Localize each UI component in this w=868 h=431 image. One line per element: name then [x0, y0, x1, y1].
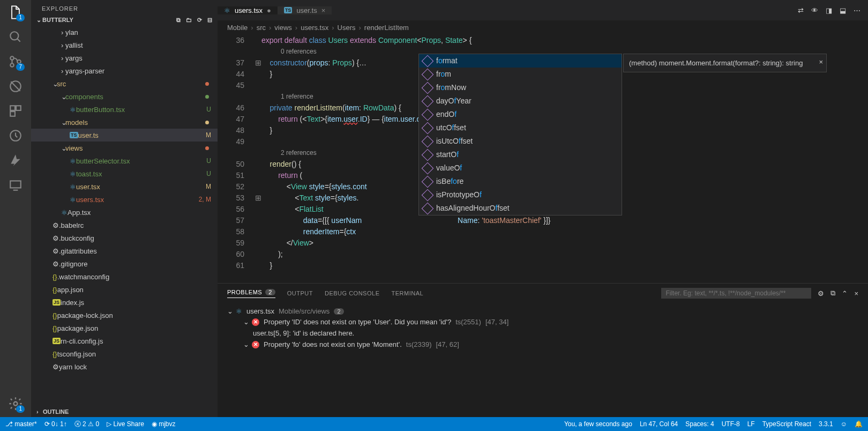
- suggest-item[interactable]: dayOfYear: [419, 94, 622, 108]
- split-down-icon[interactable]: ⬓: [840, 6, 846, 14]
- breadcrumb-item[interactable]: Mobile: [227, 24, 248, 32]
- debug-icon[interactable]: [8, 78, 24, 94]
- close-panel-icon[interactable]: ×: [854, 289, 858, 298]
- breadcrumb[interactable]: Mobile›src›views›users.tsx›Users›renderL…: [218, 20, 868, 35]
- tree-item[interactable]: ⚙ .buckconfig: [31, 232, 218, 244]
- filter-input[interactable]: [661, 288, 811, 299]
- tree-item[interactable]: {} package.json: [31, 322, 218, 335]
- cursor-pos[interactable]: Ln 47, Col 64: [640, 420, 678, 428]
- suggest-widget[interactable]: formatfromfromNowdayOfYearendOfutcOffset…: [418, 54, 622, 216]
- tree-item[interactable]: › yallist: [31, 39, 218, 51]
- suggest-item[interactable]: hasAlignedHourOffset: [419, 202, 622, 215]
- tree-item[interactable]: {} .watchmanconfig: [31, 270, 218, 283]
- tab-terminal[interactable]: TERMINAL: [391, 290, 423, 296]
- lang-status[interactable]: TypeScript React: [762, 420, 811, 428]
- svg-rect-7: [10, 106, 15, 110]
- live-share[interactable]: ▷ Live Share: [107, 420, 144, 428]
- tree-item[interactable]: › yargs-parser: [31, 64, 218, 77]
- timeline-icon[interactable]: [8, 128, 24, 144]
- github-user[interactable]: ◉ mjbvz: [152, 420, 176, 428]
- tree-item[interactable]: JS rn-cli.config.js: [31, 335, 218, 347]
- breadcrumb-item[interactable]: views: [274, 24, 292, 32]
- tree-item[interactable]: ⌄ src: [31, 77, 218, 90]
- suggest-item[interactable]: from: [419, 68, 622, 81]
- suggest-item[interactable]: utcOffset: [419, 121, 622, 135]
- tree-item[interactable]: › ylan: [31, 26, 218, 39]
- tree-item[interactable]: ⚛ butterButton.tsxU: [31, 103, 218, 116]
- suggest-item[interactable]: startOf: [419, 148, 622, 161]
- files-icon[interactable]: 1: [8, 4, 24, 20]
- tree-item[interactable]: ⚙ yarn lock: [31, 360, 218, 373]
- collapse-panel-icon[interactable]: ⌃: [842, 289, 848, 298]
- suggest-item[interactable]: format: [419, 54, 622, 68]
- tab-output[interactable]: OUTPUT: [287, 290, 313, 296]
- tree-item[interactable]: {} app.json: [31, 283, 218, 296]
- branch-status[interactable]: ⎇ master*: [5, 420, 37, 428]
- tree-item[interactable]: {} package-lock.json: [31, 309, 218, 322]
- remote-icon[interactable]: [8, 177, 24, 193]
- feedback-icon[interactable]: ☺: [841, 420, 847, 428]
- tree-item[interactable]: ⌄ views: [31, 142, 218, 154]
- more-icon[interactable]: ⋯: [854, 6, 860, 14]
- scm-icon[interactable]: 7: [8, 54, 24, 70]
- tree-item[interactable]: {} tsconfig.json: [31, 347, 218, 360]
- preview-icon[interactable]: 👁: [811, 6, 818, 14]
- tree-item[interactable]: ⌄ components: [31, 90, 218, 103]
- settings-icon[interactable]: 1: [8, 396, 24, 412]
- spaces-status[interactable]: Spaces: 4: [685, 420, 714, 428]
- blame-status[interactable]: You, a few seconds ago: [564, 420, 632, 428]
- tab-problems[interactable]: PROBLEMS2: [227, 289, 275, 298]
- filter-settings-icon[interactable]: ⚙: [818, 289, 824, 298]
- tree-item[interactable]: ⚙ .gitignore: [31, 257, 218, 270]
- suggest-item[interactable]: endOf: [419, 108, 622, 121]
- errors-status[interactable]: ⓧ 2 ⚠ 0: [74, 420, 99, 429]
- close-icon[interactable]: ×: [819, 56, 823, 68]
- breadcrumb-item[interactable]: users.tsx: [301, 24, 328, 32]
- outline-header[interactable]: › OUTLINE: [31, 406, 218, 417]
- tree-item[interactable]: ⚙ .gitattributes: [31, 244, 218, 257]
- tree-item[interactable]: ⚛ App.tsx: [31, 206, 218, 219]
- sync-status[interactable]: ⟳ 0↓ 1↑: [44, 420, 67, 428]
- problem-item[interactable]: ⌄✕Property 'ID' does not exist on type '…: [227, 316, 858, 328]
- search-icon[interactable]: [8, 29, 24, 45]
- tree-item[interactable]: ⚛ user.tsxM: [31, 180, 218, 193]
- tree-item[interactable]: JS index.js: [31, 296, 218, 309]
- editor-tab[interactable]: ⚛ users.tsx ●: [218, 6, 278, 14]
- problem-item[interactable]: user.ts[5, 9]: 'id' is declared here.: [227, 328, 858, 339]
- problem-item[interactable]: ⌄✕Property 'fo' does not exist on type '…: [227, 339, 858, 350]
- project-header[interactable]: ⌄ BUTTERLY ⧉ 🗀 ⟳ ⊟: [31, 14, 218, 26]
- eol-status[interactable]: LF: [747, 420, 755, 428]
- encoding-status[interactable]: UTF-8: [722, 420, 740, 428]
- tab-debug[interactable]: DEBUG CONSOLE: [325, 290, 379, 296]
- tree-item[interactable]: › yargs: [31, 51, 218, 64]
- tree-item[interactable]: ⌄ models: [31, 116, 218, 129]
- suggest-item[interactable]: isBefore: [419, 175, 622, 188]
- bell-icon[interactable]: 🔔: [855, 420, 863, 428]
- collapse-icon[interactable]: ⊟: [207, 17, 212, 24]
- breadcrumb-item[interactable]: Users: [338, 24, 356, 32]
- svg-point-12: [14, 402, 18, 406]
- suggest-item[interactable]: isPrototypeOf: [419, 188, 622, 202]
- refresh-icon[interactable]: ⟳: [197, 17, 202, 24]
- ts-version[interactable]: 3.3.1: [819, 420, 833, 428]
- azure-icon[interactable]: [8, 152, 24, 168]
- diff-icon[interactable]: ⇄: [798, 6, 804, 14]
- breadcrumb-item[interactable]: src: [257, 24, 266, 32]
- extensions-icon[interactable]: [8, 103, 24, 119]
- suggest-item[interactable]: fromNow: [419, 81, 622, 94]
- tree-item[interactable]: ⚛ toast.tsxU: [31, 167, 218, 180]
- split-right-icon[interactable]: ◨: [826, 6, 832, 14]
- new-file-icon[interactable]: ⧉: [176, 17, 181, 24]
- suggest-item[interactable]: valueOf: [419, 161, 622, 175]
- tree-item[interactable]: TS user.tsM: [31, 129, 218, 142]
- editor-tab[interactable]: TS user.ts ×: [278, 6, 332, 14]
- copy-icon[interactable]: ⧉: [830, 289, 835, 298]
- problem-file[interactable]: ⌄⚛ users.tsx Mobile/src/views 2: [227, 306, 858, 316]
- breadcrumb-item[interactable]: renderListItem: [364, 24, 409, 32]
- tree-item[interactable]: ⚛ users.tsx2, M: [31, 193, 218, 206]
- tree-item[interactable]: ⚛ butterSelector.tsxU: [31, 154, 218, 167]
- suggest-item[interactable]: isUtcOffset: [419, 135, 622, 148]
- tree-item[interactable]: ⚙ .babelrc: [31, 219, 218, 232]
- new-folder-icon[interactable]: 🗀: [186, 17, 192, 24]
- code-editor[interactable]: 36export default class Users extends Com…: [218, 35, 868, 283]
